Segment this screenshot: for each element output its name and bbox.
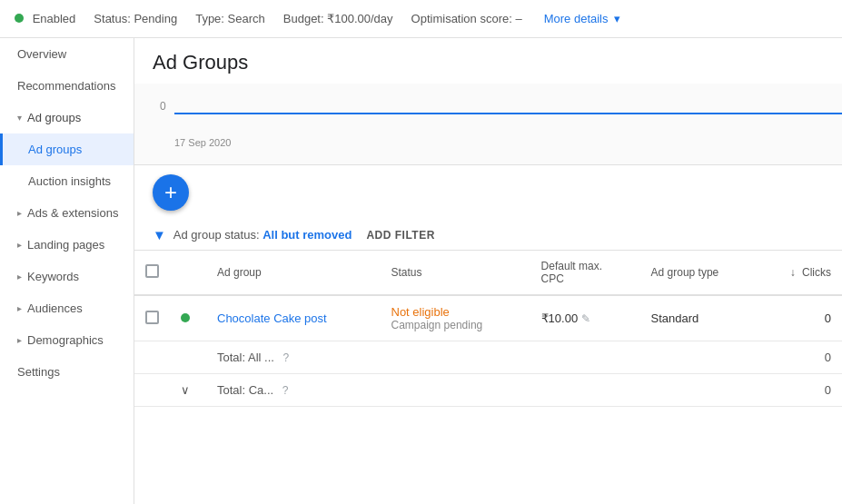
sidebar-label: Settings <box>17 365 60 379</box>
sidebar-label: Demographics <box>27 333 104 347</box>
row-status-cell: Not eligible Campaign pending <box>381 295 530 341</box>
table-row: Chocolate Cake post Not eligible Campaig… <box>134 295 842 341</box>
status-dot-green <box>181 313 190 322</box>
total-all-dot <box>170 341 206 374</box>
th-clicks-label: Clicks <box>802 266 831 279</box>
total-ca-label-cell: Total: Ca... ? <box>206 374 381 407</box>
th-checkbox[interactable] <box>134 251 170 295</box>
sidebar-label: Recommendations <box>17 79 115 93</box>
chevron-down-icon: ▾ <box>614 12 620 25</box>
more-details-link[interactable]: More details ▾ <box>544 12 620 25</box>
row-clicks-cell: 0 <box>758 295 842 341</box>
header-checkbox[interactable] <box>145 264 159 278</box>
sidebar-item-audiences[interactable]: ▸ Audiences <box>0 292 134 324</box>
filter-value[interactable]: All but removed <box>263 228 352 242</box>
sidebar-item-recommendations[interactable]: Recommendations <box>0 70 134 102</box>
th-adgroup: Ad group <box>206 251 381 295</box>
help-icon[interactable]: ? <box>283 351 290 364</box>
arrow-icon: ▸ <box>17 303 22 313</box>
status-pending: Campaign pending <box>391 319 520 331</box>
sidebar: Overview Recommendations ▾ Ad groups Ad … <box>0 38 134 504</box>
sidebar-label: Ads & extensions <box>27 206 118 220</box>
sidebar-item-keywords[interactable]: ▸ Keywords <box>0 261 134 292</box>
budget-label: Budget: <box>283 12 324 25</box>
th-adgroup-type: Ad group type <box>640 251 759 295</box>
th-adgroup-type-label: Ad group type <box>651 266 719 279</box>
arrow-icon: ▸ <box>17 208 22 218</box>
total-ca-label: Total: Ca... <box>217 383 273 397</box>
total-ca-expand[interactable]: ∨ <box>170 374 206 407</box>
th-clicks[interactable]: ↓ Clicks <box>758 251 842 295</box>
th-status: Status <box>381 251 530 295</box>
total-ca-cpc <box>530 374 640 407</box>
sidebar-label: Audiences <box>27 301 83 315</box>
sidebar-label: Overview <box>17 47 66 61</box>
main-layout: Overview Recommendations ▾ Ad groups Ad … <box>0 38 842 504</box>
arrow-icon: ▸ <box>17 240 22 250</box>
ad-group-link[interactable]: Chocolate Cake post <box>217 311 327 325</box>
enabled-label: Enabled <box>33 12 76 25</box>
clicks-value: 0 <box>825 311 831 325</box>
sidebar-label: Keywords <box>27 270 79 283</box>
ad-group-type-value: Standard <box>651 311 699 325</box>
sort-arrow-icon: ↓ <box>790 266 796 279</box>
total-all-clicks: 0 <box>758 341 842 374</box>
sidebar-label: Ad groups <box>28 143 82 156</box>
edit-icon[interactable]: ✎ <box>581 312 590 325</box>
filter-icon: ▼ <box>153 227 166 242</box>
opt-score-label: Optimisation score: <box>411 12 512 25</box>
filter-label: Ad group status: <box>173 228 260 242</box>
sidebar-item-ads-extensions[interactable]: ▸ Ads & extensions <box>0 197 134 229</box>
more-details-text: More details <box>544 12 609 25</box>
status-value: Pending <box>134 12 177 25</box>
sidebar-label: Ad groups <box>27 111 81 124</box>
cpc-cell: ₹10.00 ✎ <box>541 311 629 325</box>
campaign-type: Type: Search <box>195 12 265 25</box>
total-ca-checkbox <box>134 374 170 407</box>
total-ca-clicks: 0 <box>758 374 842 407</box>
content-area: Ad Groups 0 17 Sep 2020 + ▼ Ad group sta… <box>134 38 842 504</box>
sidebar-item-settings[interactable]: Settings <box>0 356 134 388</box>
page-title: Ad Groups <box>134 38 842 84</box>
th-dot <box>170 251 206 295</box>
add-button[interactable]: + <box>153 174 189 211</box>
th-cpc: Default max.CPC <box>530 251 640 295</box>
row-type-cell: Standard <box>640 295 759 341</box>
total-all-row: Total: All ... ? 0 <box>134 341 842 374</box>
chart-line <box>174 113 842 114</box>
chart-date-label: 17 Sep 2020 <box>174 137 231 148</box>
total-all-cpc <box>530 341 640 374</box>
expand-arrow-icon[interactable]: ∨ <box>181 383 190 397</box>
total-ca-row: ∨ Total: Ca... ? 0 <box>134 374 842 407</box>
plus-icon: + <box>164 180 177 205</box>
total-all-label-cell: Total: All ... ? <box>206 341 381 374</box>
arrow-icon: ▸ <box>17 272 22 282</box>
enabled-dot <box>15 14 24 23</box>
total-all-label: Total: All ... <box>217 351 274 364</box>
cpc-value: ₹10.00 <box>541 311 579 325</box>
sidebar-item-adgroups-section[interactable]: ▾ Ad groups <box>0 102 134 133</box>
sidebar-item-adgroups[interactable]: Ad groups <box>0 133 134 165</box>
budget-value: ₹100.00/day <box>327 12 392 25</box>
sidebar-item-landing-pages[interactable]: ▸ Landing pages <box>0 229 134 261</box>
row-checkbox[interactable] <box>145 311 159 324</box>
sidebar-label: Auction insights <box>28 174 111 188</box>
total-all-checkbox <box>134 341 170 374</box>
campaign-status: Status: Pending <box>94 12 177 25</box>
total-all-status <box>381 341 530 374</box>
arrow-icon: ▸ <box>17 335 22 345</box>
sidebar-item-demographics[interactable]: ▸ Demographics <box>0 324 134 356</box>
table-header-row: Ad group Status Default max.CPC Ad group… <box>134 251 842 295</box>
opt-score-value: – <box>515 12 521 25</box>
campaign-budget: Budget: ₹100.00/day <box>283 12 393 25</box>
sidebar-item-overview[interactable]: Overview <box>0 38 134 70</box>
ad-groups-table: Ad group Status Default max.CPC Ad group… <box>134 251 842 407</box>
row-checkbox-cell[interactable] <box>134 295 170 341</box>
status-label: Status: <box>94 12 130 25</box>
status-not-eligible: Not eligible <box>391 305 520 319</box>
help-icon-ca[interactable]: ? <box>282 384 289 397</box>
top-bar: Enabled Status: Pending Type: Search Bud… <box>0 0 842 38</box>
add-filter-button[interactable]: ADD FILTER <box>366 229 434 242</box>
sidebar-item-auction-insights[interactable]: Auction insights <box>0 165 134 197</box>
th-adgroup-label: Ad group <box>217 266 262 279</box>
